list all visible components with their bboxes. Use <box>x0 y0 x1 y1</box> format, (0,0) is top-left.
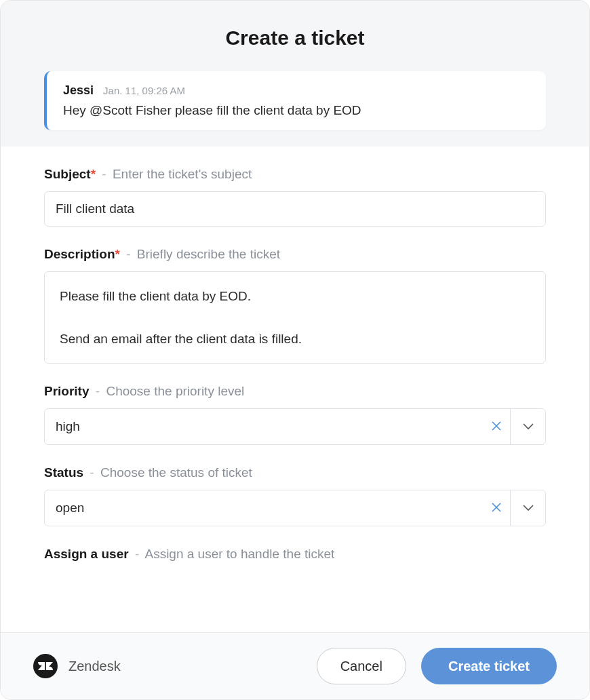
form-section: Subject* - Enter the ticket's subject De… <box>1 147 589 699</box>
field-subject: Subject* - Enter the ticket's subject <box>44 167 546 227</box>
zendesk-icon <box>33 654 58 678</box>
create-ticket-modal: Create a ticket Jessi Jan. 11, 09:26 AM … <box>0 0 590 700</box>
footer-integration: Zendesk <box>33 654 121 678</box>
description-hint: Briefly describe the ticket <box>137 247 280 261</box>
priority-value[interactable]: high <box>45 409 483 444</box>
field-priority: Priority - Choose the priority level hig… <box>44 384 546 445</box>
status-clear-button[interactable] <box>483 490 510 526</box>
status-dropdown-toggle[interactable] <box>510 490 545 526</box>
field-assign-user: Assign a user - Assign a user to handle … <box>44 547 546 562</box>
source-message-card: Jessi Jan. 11, 09:26 AM Hey @Scott Fishe… <box>44 71 546 130</box>
description-label-row: Description* - Briefly describe the tick… <box>44 247 546 262</box>
message-body: Hey @Scott Fisher please fill the client… <box>63 103 530 118</box>
chevron-down-icon <box>523 502 534 514</box>
field-status: Status - Choose the status of ticket ope… <box>44 465 546 526</box>
status-hint: Choose the status of ticket <box>100 465 252 480</box>
cancel-button[interactable]: Cancel <box>317 648 406 684</box>
status-label-row: Status - Choose the status of ticket <box>44 465 546 480</box>
subject-label: Subject <box>44 167 91 181</box>
close-icon <box>492 501 501 516</box>
priority-hint: Choose the priority level <box>106 384 244 398</box>
subject-label-row: Subject* - Enter the ticket's subject <box>44 167 546 182</box>
label-separator: - <box>96 384 100 398</box>
status-select[interactable]: open <box>44 490 546 526</box>
integration-name: Zendesk <box>68 659 121 674</box>
required-indicator: * <box>115 247 120 261</box>
assign-hint: Assign a user to handle the ticket <box>144 547 334 561</box>
modal-title: Create a ticket <box>17 26 573 50</box>
status-value[interactable]: open <box>45 490 483 526</box>
field-description: Description* - Briefly describe the tick… <box>44 247 546 364</box>
modal-footer: Zendesk Cancel Create ticket <box>1 632 589 699</box>
label-separator: - <box>90 465 94 480</box>
description-input[interactable]: Please fill the client data by EOD. Send… <box>44 271 546 364</box>
priority-label-row: Priority - Choose the priority level <box>44 384 546 399</box>
priority-clear-button[interactable] <box>483 409 510 444</box>
create-ticket-button[interactable]: Create ticket <box>421 648 557 684</box>
required-indicator: * <box>91 167 96 181</box>
label-separator: - <box>126 247 130 261</box>
priority-dropdown-toggle[interactable] <box>510 409 545 444</box>
assign-label-row: Assign a user - Assign a user to handle … <box>44 547 546 562</box>
label-separator: - <box>135 547 139 561</box>
assign-label: Assign a user <box>44 547 129 561</box>
label-separator: - <box>102 167 106 181</box>
subject-input[interactable] <box>44 191 546 227</box>
message-header: Jessi Jan. 11, 09:26 AM <box>63 83 530 98</box>
status-label: Status <box>44 465 83 480</box>
modal-header: Create a ticket Jessi Jan. 11, 09:26 AM … <box>1 1 589 147</box>
footer-actions: Cancel Create ticket <box>317 648 557 684</box>
chevron-down-icon <box>523 421 534 433</box>
priority-select[interactable]: high <box>44 408 546 445</box>
priority-label: Priority <box>44 384 90 398</box>
description-label: Description <box>44 247 115 261</box>
message-timestamp: Jan. 11, 09:26 AM <box>103 85 185 96</box>
message-author: Jessi <box>63 83 94 98</box>
subject-hint: Enter the ticket's subject <box>113 167 252 181</box>
close-icon <box>492 420 501 434</box>
